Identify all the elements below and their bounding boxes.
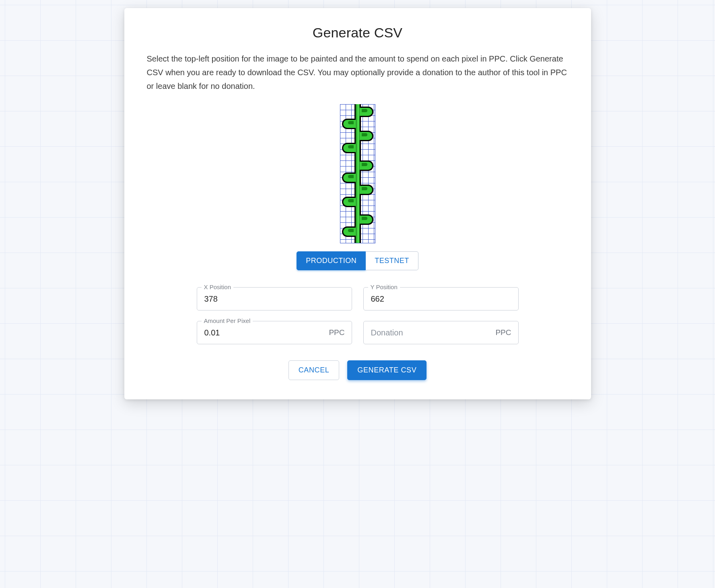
y-position-field: Y Position bbox=[363, 287, 519, 310]
x-position-label: X Position bbox=[202, 284, 234, 290]
dialog-actions: CANCEL GENERATE CSV bbox=[147, 360, 569, 380]
donation-input[interactable] bbox=[363, 321, 519, 344]
plant-leaf-icon bbox=[360, 131, 373, 141]
network-toggle-group: PRODUCTION TESTNET bbox=[147, 251, 569, 270]
generate-csv-dialog: Generate CSV Select the top-left positio… bbox=[124, 8, 591, 399]
cancel-button[interactable]: CANCEL bbox=[288, 360, 340, 380]
donation-field: PPC bbox=[363, 321, 519, 344]
x-position-field: X Position bbox=[197, 287, 352, 310]
production-toggle-button[interactable]: PRODUCTION bbox=[297, 251, 366, 270]
amount-per-pixel-input[interactable] bbox=[197, 321, 352, 344]
amount-per-pixel-label: Amount Per Pixel bbox=[202, 317, 253, 324]
y-position-input[interactable] bbox=[363, 287, 519, 310]
testnet-toggle-button[interactable]: TESTNET bbox=[366, 251, 418, 270]
plant-leaf-icon bbox=[360, 107, 373, 117]
generate-csv-button[interactable]: GENERATE CSV bbox=[347, 360, 427, 380]
plant-leaf-icon bbox=[360, 185, 373, 195]
dialog-description: Select the top-left position for the ima… bbox=[147, 52, 569, 93]
plant-leaf-icon bbox=[342, 197, 356, 207]
image-preview-container bbox=[147, 104, 569, 243]
pixel-grid-preview bbox=[340, 104, 375, 243]
plant-leaf-icon bbox=[342, 173, 356, 183]
dialog-title: Generate CSV bbox=[147, 25, 569, 41]
plant-leaf-icon bbox=[342, 226, 356, 237]
y-position-label: Y Position bbox=[368, 284, 400, 290]
plant-leaf-icon bbox=[360, 214, 373, 225]
form-grid: X Position Y Position Amount Per Pixel P… bbox=[197, 287, 519, 344]
plant-leaf-icon bbox=[360, 160, 373, 171]
plant-leaf-icon bbox=[342, 143, 356, 153]
amount-per-pixel-field: Amount Per Pixel PPC bbox=[197, 321, 352, 344]
plant-leaf-icon bbox=[342, 119, 356, 129]
x-position-input[interactable] bbox=[197, 287, 352, 310]
